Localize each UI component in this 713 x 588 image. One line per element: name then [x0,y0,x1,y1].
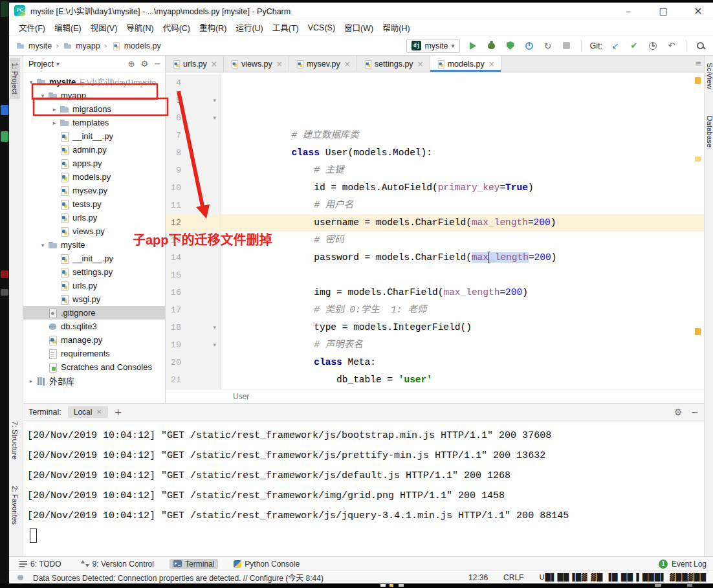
editor-tab[interactable]: mysev.py × [289,56,357,72]
tool-window-button[interactable]: 6: TODO [16,559,65,569]
tool-window-button[interactable]: Python Console [230,559,303,569]
tree-chevron-icon[interactable]: ▸ [49,106,60,113]
tree-chevron-icon[interactable]: ▾ [26,79,36,85]
tab-close-icon[interactable]: × [417,60,424,69]
tree-item[interactable]: admin.py [23,143,165,157]
fold-gutter[interactable] [185,284,221,301]
tree-item[interactable]: urls.py [23,279,165,292]
tool-stripe-button[interactable]: 2: Favorites [10,481,20,529]
fold-gutter[interactable]: ▾ [185,109,221,127]
tab-close-icon[interactable]: × [96,408,102,416]
gear-icon[interactable]: ⚙ [674,407,683,417]
close-button[interactable]: × [688,5,708,17]
fold-gutter[interactable]: ▾ [185,336,221,354]
search-everywhere-button[interactable] [695,40,707,52]
editor-tab[interactable]: settings.py × [357,56,430,72]
tree-item[interactable]: ▾ mysite E:\小实训\day1\mysite [23,75,165,89]
profiler-button[interactable] [523,40,535,52]
editor-tab[interactable]: urls.py × [166,56,224,72]
tree-item[interactable]: models.py [23,170,165,184]
tree-chevron-icon[interactable]: ▾ [38,93,48,99]
coverage-button[interactable] [505,40,516,52]
tree-item[interactable]: urls.py [23,211,165,224]
tool-window-button[interactable]: 9: Version Control [77,559,158,569]
breadcrumb-item[interactable]: mysite › [16,41,63,51]
tree-item[interactable]: ▾ myapp [23,89,165,102]
tool-stripe-button[interactable]: Database [705,111,713,152]
tree-item[interactable]: __init__.py [23,252,165,265]
tree-item[interactable]: views.py [23,224,165,238]
history-button[interactable] [647,40,659,52]
tree-chevron-icon[interactable]: ▸ [49,120,60,126]
taskbar-icon[interactable] [1,270,8,278]
tree-item[interactable]: apps.py [23,157,165,170]
taskbar-icon[interactable] [1,131,8,142]
tree-item[interactable]: tests.py [23,197,165,211]
tab-close-icon[interactable]: × [211,60,217,69]
fold-gutter[interactable] [185,301,221,319]
fold-gutter[interactable]: ▾ [185,319,221,336]
tree-item[interactable]: db.sqlite3 [23,320,165,333]
tree-item[interactable]: manage.py [23,333,165,347]
code-editor[interactable]: 4 5 ▾ # 建立数据库类 [166,72,704,389]
menu-item[interactable]: 代码(C) [159,20,195,35]
fold-gutter[interactable] [185,232,221,249]
fold-gutter[interactable] [185,267,221,284]
locate-file-icon[interactable]: ⊕ [128,59,135,69]
tree-chevron-icon[interactable]: ▸ [26,378,36,384]
terminal-tab-local[interactable]: Local × [68,406,108,418]
debug-button[interactable] [486,40,498,52]
fold-gutter[interactable] [185,354,221,371]
tree-item[interactable]: ▸ templates [23,116,165,129]
fold-gutter[interactable] [185,144,221,162]
hide-panel-icon[interactable]: − [154,59,161,69]
tool-window-button[interactable]: Terminal [170,559,218,569]
gear-icon[interactable]: ⚙ [140,59,148,69]
maximize-button[interactable]: □ [653,6,673,16]
rollback-button[interactable]: ↶ [666,40,677,52]
breadcrumb-item[interactable]: models.py [111,41,169,51]
tree-item[interactable]: mysev.py [23,184,165,197]
tree-item[interactable]: __init__.py [23,129,165,143]
fold-gutter[interactable] [185,179,221,197]
fold-gutter[interactable] [185,249,221,267]
tree-item[interactable]: ▸ migrations [23,102,165,116]
fold-gutter[interactable] [185,214,221,232]
run-config-select[interactable]: dj mysite ▾ [406,39,459,53]
breadcrumb-class-name[interactable]: User [233,392,249,401]
vcs-commit-button[interactable]: ✔ [628,40,640,52]
tab-close-icon[interactable]: × [488,60,495,69]
menu-item[interactable]: 文件(F) [14,20,50,35]
menu-item[interactable]: 导航(N) [122,20,158,35]
fold-gutter[interactable] [185,371,221,389]
tool-stripe-button[interactable]: SciView [705,58,713,94]
menu-item[interactable]: 帮助(H) [378,20,414,35]
menu-item[interactable]: 运行(U) [231,20,267,35]
menu-item[interactable]: 视图(V) [86,20,122,35]
fold-gutter[interactable] [185,74,221,92]
tab-close-icon[interactable]: × [276,60,283,69]
structure-breadcrumb[interactable]: User [166,389,704,403]
tree-item[interactable]: ▸ 外部库 [23,374,165,387]
menu-item[interactable]: VCS(S) [303,22,340,34]
stop-button[interactable] [561,40,573,52]
terminal-output[interactable]: [20/Nov/2019 10:04:12] "GET /static/rest… [23,420,704,556]
taskbar-icon[interactable] [1,1,8,17]
fold-gutter[interactable]: ▾ [185,92,221,109]
tree-item[interactable]: Scratches and Consoles [23,360,165,374]
fold-gutter[interactable] [185,162,221,179]
tool-stripe-button[interactable]: 1: Project [10,58,20,99]
event-log-button[interactable]: 1 Event Log [659,560,707,569]
status-message[interactable]: Data Sources Detected: Connection proper… [33,572,324,583]
menu-item[interactable]: 工具(T) [268,20,303,35]
editor-tab[interactable]: models.py × [430,56,501,72]
line-ending-indicator[interactable]: CRLF [503,573,523,582]
taskbar-icon[interactable] [1,289,8,296]
tree-chevron-icon[interactable]: ▾ [38,242,48,248]
tabs-menu-icon[interactable]: ≡ [695,59,701,68]
project-view-selector[interactable]: Project [28,60,54,69]
breadcrumb-item[interactable]: myapp › [63,41,111,51]
minimize-button[interactable]: – [619,6,638,16]
fold-gutter[interactable] [185,127,221,144]
tree-item[interactable]: ▾ mysite [23,238,165,252]
